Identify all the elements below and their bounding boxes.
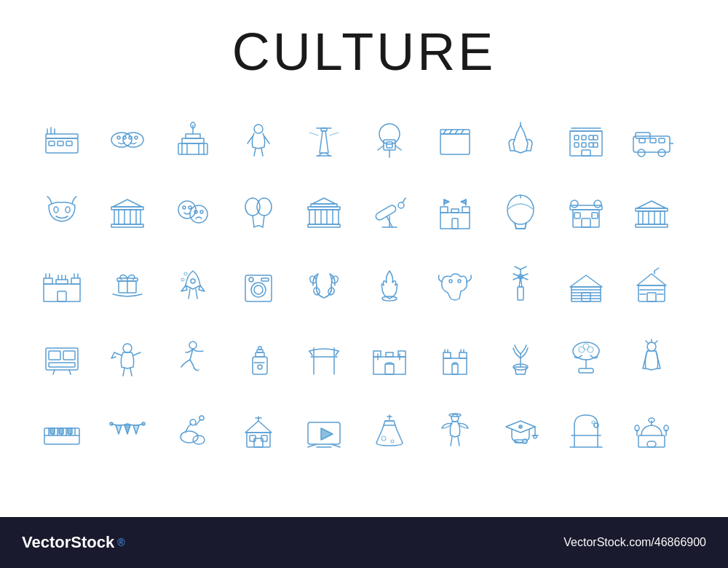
list-item: [357, 322, 422, 395]
praying-hands-icon: [499, 118, 542, 162]
svg-point-155: [254, 285, 263, 294]
footer-url: VectorStock.com/46866900: [563, 536, 706, 549]
list-item: [226, 322, 291, 395]
svg-rect-133: [44, 284, 80, 301]
svg-rect-192: [63, 351, 75, 360]
svg-point-113: [507, 195, 534, 224]
svg-rect-214: [373, 351, 381, 357]
svg-point-8: [111, 133, 132, 147]
svg-line-26: [254, 149, 256, 156]
list-item: [29, 249, 95, 322]
list-item: [553, 249, 619, 322]
hot-air-balloon-icon: [499, 191, 542, 234]
svg-point-120: [571, 200, 578, 208]
svg-line-40: [395, 146, 401, 150]
list-item: [488, 249, 553, 322]
svg-line-211: [309, 351, 312, 355]
list-item: [291, 249, 357, 322]
picnic-icon: [171, 409, 215, 453]
angel-icon: [433, 409, 477, 453]
svg-marker-97: [312, 198, 336, 204]
castle-icon: [433, 191, 477, 234]
svg-point-150: [191, 279, 195, 283]
svg-point-285: [534, 435, 537, 438]
clapperboard-icon: [433, 118, 477, 162]
list-item: [29, 395, 95, 468]
svg-rect-57: [593, 143, 598, 147]
svg-rect-182: [638, 285, 665, 301]
list-item: [488, 322, 553, 395]
svg-rect-1: [49, 141, 55, 146]
svg-rect-184: [647, 293, 656, 301]
shop-icon: [564, 191, 608, 234]
svg-point-79: [178, 201, 196, 218]
svg-marker-109: [444, 200, 449, 204]
telescope-icon: [368, 191, 411, 234]
svg-point-274: [381, 436, 386, 441]
svg-point-64: [658, 149, 665, 157]
chapel-icon: [237, 409, 280, 453]
fire-icon: [368, 264, 411, 307]
svg-rect-260: [247, 433, 270, 447]
svg-point-257: [193, 435, 205, 444]
list-item: [226, 176, 291, 249]
svg-point-11: [123, 136, 126, 139]
list-item: [422, 176, 488, 249]
svg-rect-220: [443, 358, 467, 374]
svg-rect-101: [375, 204, 397, 221]
svg-line-198: [133, 352, 141, 355]
art-gallery-icon: [40, 336, 84, 380]
svg-point-12: [129, 136, 132, 139]
page-title: CULTURE: [232, 23, 496, 81]
svg-line-279: [451, 437, 452, 446]
svg-point-70: [66, 207, 70, 213]
svg-rect-53: [593, 135, 598, 140]
list-item: [160, 322, 226, 395]
svg-rect-2: [58, 141, 63, 146]
graduate-icon: [499, 409, 542, 453]
svg-rect-67: [650, 138, 656, 143]
bonsai-icon: [564, 336, 608, 380]
svg-rect-217: [385, 364, 394, 374]
svg-rect-55: [582, 143, 586, 147]
svg-line-194: [69, 370, 71, 374]
list-item: [29, 103, 95, 176]
list-item: [95, 103, 160, 176]
svg-point-151: [184, 272, 187, 275]
svg-rect-231: [579, 368, 593, 373]
svg-rect-14: [178, 143, 207, 154]
svg-point-259: [199, 416, 204, 420]
svg-rect-157: [261, 278, 269, 281]
svg-marker-268: [321, 428, 333, 440]
svg-rect-191: [49, 351, 60, 360]
svg-rect-104: [440, 213, 470, 229]
svg-point-10: [117, 136, 120, 139]
svg-point-288: [523, 439, 527, 443]
svg-rect-66: [639, 138, 645, 143]
list-item: [95, 176, 160, 249]
list-item: [553, 176, 619, 249]
svg-point-121: [594, 200, 601, 208]
svg-line-87: [253, 216, 254, 227]
svg-point-286: [519, 425, 522, 428]
train-icon: [630, 118, 673, 162]
svg-rect-134: [44, 278, 52, 284]
svg-rect-181: [582, 293, 590, 301]
svg-point-23: [254, 125, 263, 133]
colosseum-icon: [302, 191, 346, 234]
list-item: [619, 322, 684, 395]
perfume-icon: [237, 336, 280, 380]
footer-logo: VectorStock ®: [22, 533, 125, 552]
svg-point-234: [583, 344, 589, 350]
svg-line-45: [449, 130, 452, 134]
list-item: [291, 103, 357, 176]
svg-rect-68: [659, 138, 665, 143]
svg-rect-123: [574, 213, 580, 218]
warrior-icon: [106, 336, 149, 380]
svg-rect-37: [384, 140, 395, 150]
list-item: [226, 249, 291, 322]
media-player-icon: [302, 409, 346, 453]
svg-line-193: [53, 370, 55, 374]
list-item: [553, 103, 619, 176]
svg-rect-137: [58, 291, 66, 301]
